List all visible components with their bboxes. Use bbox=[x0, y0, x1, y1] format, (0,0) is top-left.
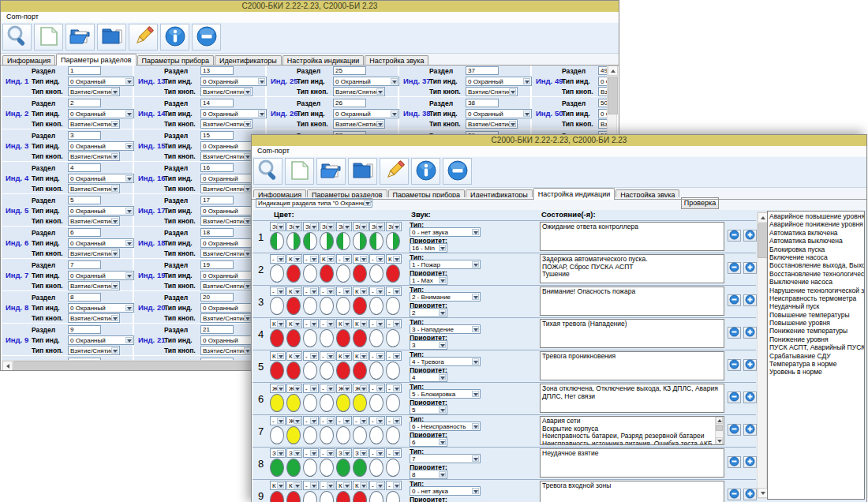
sound-type-select[interactable]: 2 - Внимание bbox=[410, 292, 481, 302]
states-box[interactable]: Тревога входной зоны bbox=[540, 481, 724, 502]
tab-information[interactable]: Информация bbox=[253, 189, 306, 200]
tab-device-params[interactable]: Параметры прибора bbox=[137, 55, 215, 66]
event-list-item[interactable]: Восстановление выхода, Выход подключ bbox=[769, 261, 864, 269]
event-list-item[interactable]: Неисправность термометра bbox=[769, 294, 864, 302]
btn-type-select[interactable]: Взятие/Снятие bbox=[333, 87, 385, 96]
color-select[interactable]: - bbox=[336, 287, 352, 296]
states-box[interactable]: Неудачное взятие bbox=[540, 448, 724, 478]
section-number-input[interactable] bbox=[200, 99, 234, 107]
tab-identifiers[interactable]: Идентификаторы bbox=[466, 189, 533, 200]
color-select[interactable]: З bbox=[286, 448, 302, 458]
sound-type-select[interactable]: 0 - нет звука bbox=[410, 227, 481, 237]
btn-type-select[interactable]: Взятие/Снятие bbox=[333, 119, 385, 129]
toolbar-button-pencil[interactable] bbox=[129, 24, 158, 51]
color-select[interactable]: К bbox=[270, 319, 286, 328]
add-state-button[interactable] bbox=[743, 489, 757, 500]
menu-com-port[interactable]: Com-порт bbox=[6, 13, 39, 21]
btn-type-select[interactable]: Взятие/Снятие bbox=[68, 184, 120, 193]
btn-type-select[interactable]: Взятие/Снятие bbox=[200, 87, 253, 96]
section-number-input[interactable] bbox=[68, 66, 101, 75]
event-list-item[interactable]: Восстановление технологической зоны, bbox=[769, 270, 864, 278]
color-select[interactable]: - bbox=[369, 384, 385, 393]
color-select[interactable]: Зп bbox=[336, 222, 352, 231]
tab-device-params[interactable]: Параметры прибора bbox=[388, 189, 466, 200]
color-select[interactable]: - bbox=[303, 448, 319, 458]
color-select[interactable]: К bbox=[386, 254, 402, 264]
tab-identifiers[interactable]: Идентификаторы bbox=[215, 55, 282, 66]
event-list-item[interactable]: Уровень в норме bbox=[769, 368, 864, 376]
color-select[interactable]: - bbox=[386, 416, 402, 425]
section-number-input[interactable] bbox=[333, 99, 366, 107]
add-state-button[interactable] bbox=[743, 359, 757, 371]
color-select[interactable]: К bbox=[353, 287, 369, 296]
btn-type-select[interactable]: Взятие/Снятие bbox=[68, 152, 120, 161]
color-select[interactable]: - bbox=[336, 254, 352, 264]
remove-state-button[interactable] bbox=[728, 489, 741, 500]
color-select[interactable]: Ж bbox=[353, 384, 369, 393]
color-select[interactable]: - bbox=[303, 254, 319, 264]
states-box[interactable]: Ожидание ответа контроллера bbox=[540, 222, 724, 251]
color-select[interactable]: К bbox=[320, 254, 335, 264]
remove-state-button[interactable] bbox=[728, 327, 741, 339]
color-select[interactable]: - bbox=[386, 448, 402, 458]
color-select[interactable]: Зп bbox=[369, 222, 385, 231]
ind-type-select[interactable]: 0 Охранный bbox=[466, 77, 532, 86]
color-select[interactable]: З bbox=[270, 448, 286, 458]
event-list-item[interactable]: Автоматика выключена bbox=[769, 237, 864, 245]
color-select[interactable]: - bbox=[386, 319, 402, 328]
states-box[interactable]: Задержка автоматического пуска. ПОЖАР, С… bbox=[540, 254, 724, 283]
color-select[interactable]: - bbox=[386, 287, 402, 296]
priority-select[interactable]: 8 bbox=[410, 470, 447, 479]
remove-state-button[interactable] bbox=[728, 424, 741, 436]
ind-type-select[interactable]: 0 Охранный bbox=[68, 303, 134, 313]
remove-state-button[interactable] bbox=[728, 230, 741, 242]
color-select[interactable]: - bbox=[369, 287, 385, 296]
scroll-up-button[interactable] bbox=[608, 66, 618, 76]
section-number-input[interactable] bbox=[68, 196, 101, 204]
sound-type-select[interactable]: 6 - Неисправность bbox=[410, 421, 481, 431]
color-select[interactable]: - bbox=[369, 481, 385, 490]
ind-type-select[interactable]: 0 Охранный bbox=[68, 238, 134, 248]
toolbar-button-folder[interactable] bbox=[348, 158, 377, 185]
toolbar-button-minus[interactable] bbox=[192, 24, 221, 51]
color-select[interactable]: - bbox=[353, 416, 369, 425]
btn-type-select[interactable]: Взятие/Снятие bbox=[68, 346, 120, 355]
color-select[interactable]: - bbox=[320, 351, 335, 361]
add-state-button[interactable] bbox=[743, 230, 757, 242]
btn-type-select[interactable]: Взятие/Снятие bbox=[200, 184, 253, 193]
priority-select[interactable]: 4 bbox=[410, 373, 447, 382]
sound-type-select[interactable]: 1 - Пожар bbox=[410, 260, 481, 269]
color-select[interactable]: - bbox=[303, 416, 319, 425]
tab-sound-settings[interactable]: Настройка звука bbox=[615, 189, 679, 200]
color-select[interactable]: К bbox=[353, 481, 369, 490]
states-box[interactable]: Зона отключена, Отключение выхода, КЗ ДП… bbox=[540, 384, 724, 413]
remove-state-button[interactable] bbox=[728, 294, 741, 306]
color-select[interactable]: - bbox=[320, 319, 335, 328]
event-list-item[interactable]: Неудачный пуск bbox=[769, 302, 864, 310]
btn-type-select[interactable]: Взятие/Снятие bbox=[200, 216, 253, 226]
color-select[interactable]: - bbox=[320, 384, 335, 393]
color-select[interactable]: - bbox=[303, 481, 319, 490]
section-number-input[interactable] bbox=[68, 325, 101, 334]
tab-indication-settings[interactable]: Настройка индикации bbox=[533, 188, 615, 200]
scroll-thumb[interactable] bbox=[716, 425, 723, 431]
tab-sound-settings[interactable]: Настройка звука bbox=[365, 55, 428, 66]
section-number-input[interactable] bbox=[68, 228, 101, 237]
btn-type-select[interactable]: Взятие/Снятие bbox=[466, 119, 518, 129]
color-select[interactable]: К bbox=[353, 351, 369, 361]
color-select[interactable]: К bbox=[286, 254, 302, 264]
btn-type-select[interactable]: Взятие/Снятие bbox=[200, 249, 253, 258]
ind-type-select[interactable]: 0 Охранный bbox=[333, 77, 399, 86]
color-select[interactable]: З bbox=[336, 448, 352, 458]
color-select[interactable]: - bbox=[270, 287, 286, 296]
section-number-input[interactable] bbox=[200, 228, 234, 237]
add-state-button[interactable] bbox=[743, 424, 757, 436]
ind-type-select[interactable]: 0 Охранный bbox=[200, 109, 267, 118]
color-select[interactable]: К bbox=[286, 351, 302, 361]
color-select[interactable]: - bbox=[320, 448, 335, 458]
event-list-item[interactable]: ПУСК АСПТ, Аварийный ПУСК bbox=[769, 343, 864, 351]
color-select[interactable]: - bbox=[369, 416, 385, 425]
color-select[interactable]: З bbox=[353, 448, 369, 458]
toolbar-button-folder[interactable] bbox=[97, 24, 126, 51]
btn-type-select[interactable]: Взятие/Снятие bbox=[68, 216, 120, 226]
